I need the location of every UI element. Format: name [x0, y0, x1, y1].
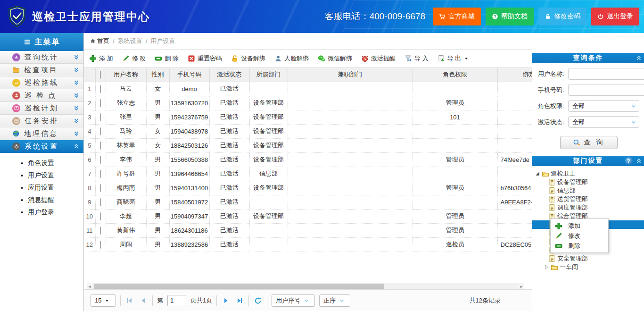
scroll-left-arrow[interactable]: ◂	[87, 283, 92, 289]
row-checkbox[interactable]	[100, 142, 101, 150]
row-checkbox[interactable]	[100, 241, 101, 249]
row-checkbox[interactable]	[100, 212, 101, 220]
submenu-role-settings[interactable]: 角色设置	[0, 157, 83, 169]
app-title: 巡检卫士应用管理中心	[32, 9, 150, 24]
pagination-bar: 15 第 页共1页 用户序号	[84, 289, 532, 311]
import-button[interactable]: 导 入	[405, 54, 429, 63]
tree-node-collapsed[interactable]: 一车间	[532, 263, 644, 271]
refresh-button[interactable]	[253, 296, 263, 305]
scrollbar-track[interactable]	[92, 283, 519, 289]
tree-node[interactable]: 信息部	[532, 186, 644, 195]
username-input[interactable]	[568, 68, 644, 80]
status-label: 激活状态:	[538, 118, 568, 126]
export-button[interactable]: 导 出	[438, 54, 470, 63]
chevron-down-icon	[104, 298, 110, 303]
page-number-input[interactable]	[167, 295, 186, 306]
chevron-double-up-icon	[73, 143, 80, 150]
row-checkbox[interactable]	[100, 184, 101, 192]
scrollbar-thumb[interactable]	[94, 284, 384, 289]
search-button[interactable]: 查 询	[560, 136, 618, 149]
next-page-button[interactable]	[221, 296, 231, 305]
table-row[interactable]: 11 黄新伟男 18624301186已激活 管理员	[84, 223, 532, 237]
table-row[interactable]: 7 许号群男 13964466654已激活 信息部	[84, 167, 532, 181]
table-row[interactable]: 8 梅丙南男 15940131400已激活 设备管理部 管理员b76b30564	[84, 181, 532, 195]
page-size-select[interactable]: 15	[91, 294, 116, 307]
edit-button[interactable]: 修 改	[122, 54, 146, 63]
delete-button[interactable]: 删 除	[155, 54, 179, 63]
row-checkbox[interactable]	[100, 227, 101, 235]
add-button[interactable]: 添 加	[89, 54, 113, 63]
official-store-button[interactable]: 官方商城	[433, 8, 481, 25]
unbind-face-button[interactable]: 人脸解绑	[274, 54, 309, 63]
tree-node[interactable]: 安全管理部	[532, 254, 644, 263]
tree-node[interactable]: 调度管理部	[532, 203, 644, 212]
change-password-button[interactable]: 修改密码	[538, 8, 586, 25]
row-checkbox[interactable]	[100, 127, 101, 135]
sidebar-item-check-project[interactable]: 检查项目	[0, 64, 83, 76]
query-panel-header[interactable]: 查询条件	[532, 53, 644, 63]
first-page-button[interactable]	[125, 296, 134, 305]
table-row[interactable]: 3 张里男 15942376759已激活 设备管理部 101	[84, 110, 532, 124]
breadcrumb-home[interactable]: 首页	[90, 37, 109, 45]
collapse-icon[interactable]	[636, 55, 642, 61]
sidebar-item-inspection-point[interactable]: 巡 检 点	[0, 89, 83, 102]
x-box-icon	[188, 55, 195, 62]
row-checkbox[interactable]	[100, 156, 101, 164]
unbind-wechat-button[interactable]: 微信解绑	[318, 54, 352, 63]
breadcrumb-separator: /	[113, 38, 115, 45]
context-menu-delete[interactable]: 删除	[551, 241, 608, 251]
sidebar-item-task-arrange[interactable]: 任务安排	[0, 115, 83, 127]
table-row[interactable]: 1 马云女 demo已激活	[84, 82, 532, 96]
breadcrumb-level2: 用户设置	[150, 37, 175, 45]
sort-field-select[interactable]: 用户序号	[272, 294, 315, 307]
table-row[interactable]: 4 马玲女 15940438978已激活 设备管理部	[84, 124, 532, 138]
logout-button[interactable]: 退出登录	[591, 8, 639, 25]
sidebar-item-system-settings[interactable]: 系统设置	[0, 140, 83, 153]
dept-panel-header[interactable]: 部门设置 ?	[532, 156, 644, 166]
reset-password-button[interactable]: 重置密码	[188, 54, 222, 63]
prev-page-button[interactable]	[139, 296, 148, 305]
sidebar-item-query-stats[interactable]: 查询统计	[0, 51, 83, 64]
route-icon	[12, 79, 20, 87]
select-all-checkbox[interactable]	[100, 71, 101, 79]
table-row[interactable]: 6 李伟男 15566050388已激活 设备管理部 管理员74f9ee7de	[84, 152, 532, 167]
table-row[interactable]: 5 林英翠女 18842503126已激活 设备管理部	[84, 138, 532, 152]
submenu-user-settings[interactable]: 用户设置	[0, 169, 83, 182]
submenu-message-remind[interactable]: 消息提醒	[0, 194, 83, 206]
sidebar-item-inspection-route[interactable]: 巡检路线	[0, 76, 83, 89]
row-checkbox[interactable]	[100, 113, 101, 121]
phone-input[interactable]	[568, 84, 644, 96]
menu-icon	[24, 38, 31, 46]
sidebar-item-geo-info[interactable]: 地理信息	[0, 127, 83, 140]
row-checkbox[interactable]	[100, 198, 101, 206]
submenu-app-settings[interactable]: 应用设置	[0, 182, 83, 194]
collapse-icon[interactable]	[636, 158, 642, 164]
activation-remind-button[interactable]: 激活提醒	[361, 54, 396, 63]
table-row[interactable]: 10 李超男 15904097347已激活 设备管理部 管理员	[84, 209, 532, 223]
table-row[interactable]: 12 周闯男 13889232586已激活 巡检员DC28EC05	[84, 237, 532, 252]
sidebar-item-inspection-plan[interactable]: 巡检计划	[0, 102, 83, 115]
pencil-icon	[555, 232, 562, 240]
row-checkbox[interactable]	[100, 85, 101, 93]
last-page-button[interactable]	[235, 296, 244, 305]
tree-expanded-icon[interactable]	[535, 171, 540, 177]
status-select[interactable]: 全部	[568, 116, 639, 128]
row-checkbox[interactable]	[100, 99, 101, 107]
table-row[interactable]: 2 张立志男 13591630720已激活 设备管理部 管理员	[84, 96, 532, 110]
chevron-down-icon	[339, 297, 345, 304]
help-docs-button[interactable]: 帮助文档	[486, 8, 534, 25]
role-select[interactable]: 全部	[568, 100, 639, 112]
context-menu-edit[interactable]: 修改	[551, 231, 608, 241]
sort-order-select[interactable]: 正序	[319, 294, 350, 307]
submenu-user-login[interactable]: 用户登录	[0, 206, 83, 219]
tree-node[interactable]: 设备管理部	[532, 178, 644, 186]
row-checkbox[interactable]	[100, 170, 101, 178]
tree-collapsed-icon[interactable]	[544, 264, 549, 270]
unbind-device-button[interactable]: 设备解绑	[231, 54, 265, 63]
tree-node-root[interactable]: 巡检卫士	[532, 169, 644, 178]
help-icon[interactable]: ?	[625, 157, 633, 165]
context-menu-add[interactable]: 添加	[551, 221, 608, 231]
scroll-right-arrow[interactable]: ▸	[519, 283, 524, 289]
tree-node[interactable]: 送货管理部	[532, 195, 644, 203]
table-row[interactable]: 9 商晓亮男 15840501972已激活 A9EEA8F2-	[84, 195, 532, 209]
